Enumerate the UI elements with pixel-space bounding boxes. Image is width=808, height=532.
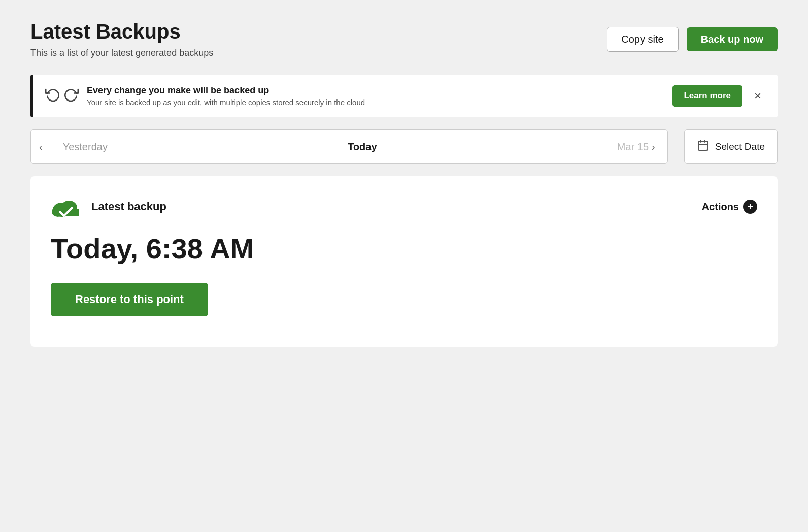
date-yesterday[interactable]: Yesterday [63, 141, 108, 153]
backup-label: Latest backup [91, 200, 166, 213]
backup-time: Today, 6:38 AM [51, 233, 757, 264]
learn-more-button[interactable]: Learn more [672, 85, 742, 107]
svg-rect-0 [698, 141, 708, 150]
chevron-left-icon: ‹ [39, 141, 43, 153]
select-date-button[interactable]: Select Date [684, 129, 778, 164]
date-mar15[interactable]: Mar 15 [617, 141, 649, 153]
banner-close-button[interactable]: × [750, 87, 765, 105]
history-icon-1 [45, 87, 60, 106]
page-title: Latest Backups [30, 20, 213, 43]
header-actions: Copy site Back up now [607, 27, 778, 52]
actions-plus-icon: + [743, 200, 757, 214]
banner-content: Every change you make will be backed up … [87, 85, 664, 107]
date-nav-container: ‹ Yesterday Today Mar 15 › [30, 129, 668, 164]
actions-button[interactable]: Actions + [702, 200, 757, 214]
actions-label: Actions [702, 201, 739, 213]
cloud-check-icon [51, 194, 81, 219]
date-today[interactable]: Today [348, 141, 377, 153]
date-navigation-row: ‹ Yesterday Today Mar 15 › Select Date [30, 129, 778, 164]
history-icon-2 [63, 87, 79, 106]
banner-title: Every change you make will be backed up [87, 85, 664, 96]
backup-card: Latest backup Actions + Today, 6:38 AM R… [30, 176, 778, 347]
banner-icons [45, 87, 79, 106]
date-next-container: Mar 15 › [617, 141, 655, 153]
page-subtitle: This is a list of your latest generated … [30, 48, 213, 58]
banner-subtitle: Your site is backed up as you edit, with… [87, 98, 664, 107]
header-left: Latest Backups This is a list of your la… [30, 20, 213, 58]
chevron-right-icon: › [652, 141, 655, 153]
backup-title-group: Latest backup [51, 194, 166, 219]
close-icon: × [754, 89, 761, 103]
info-banner: Every change you make will be backed up … [30, 75, 778, 117]
backup-card-header: Latest backup Actions + [51, 194, 757, 219]
date-nav-items: Yesterday Today Mar 15 › [51, 141, 667, 153]
page-header: Latest Backups This is a list of your la… [30, 20, 778, 58]
back-up-now-button[interactable]: Back up now [687, 27, 778, 51]
select-date-label: Select Date [715, 141, 765, 152]
copy-site-button[interactable]: Copy site [607, 27, 678, 52]
calendar-icon [697, 139, 709, 154]
restore-button[interactable]: Restore to this point [51, 283, 208, 316]
date-nav-prev-button[interactable]: ‹ [31, 130, 51, 163]
